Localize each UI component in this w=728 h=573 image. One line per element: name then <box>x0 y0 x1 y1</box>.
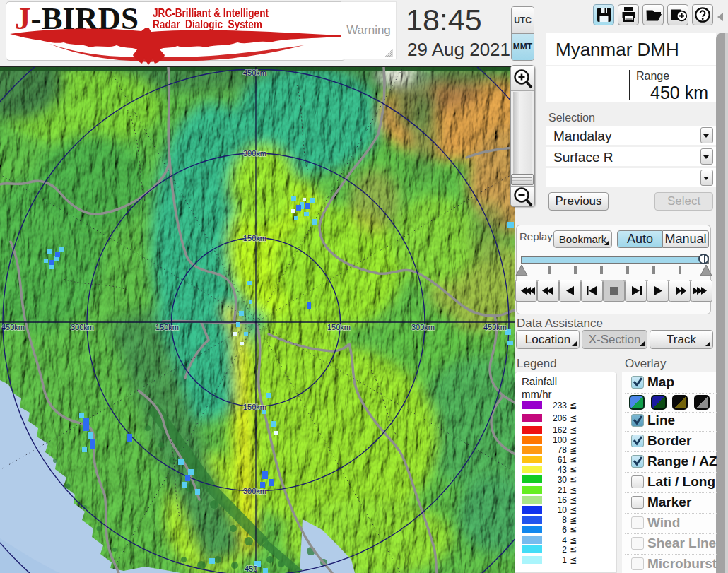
svg-text:≦: ≦ <box>570 425 577 435</box>
svg-text:≦: ≦ <box>570 555 577 565</box>
svg-text:300km: 300km <box>243 149 266 158</box>
svg-text:206: 206 <box>553 413 567 423</box>
svg-text:1: 1 <box>562 555 567 565</box>
svg-text:450: 450 <box>245 565 257 573</box>
svg-text:100: 100 <box>553 435 567 445</box>
svg-text:78: 78 <box>558 445 568 455</box>
svg-text:300km: 300km <box>411 323 435 331</box>
svg-text:300km: 300km <box>71 323 94 331</box>
svg-text:4: 4 <box>562 536 567 545</box>
svg-text:≦: ≦ <box>570 485 577 495</box>
svg-text:≦: ≦ <box>570 465 577 475</box>
svg-text:≦: ≦ <box>570 435 577 445</box>
svg-text:≦: ≦ <box>570 545 577 555</box>
svg-text:10: 10 <box>558 505 568 515</box>
svg-text:≦: ≦ <box>570 536 577 545</box>
svg-text:≦: ≦ <box>570 401 577 410</box>
svg-text:150km: 150km <box>243 234 266 242</box>
svg-text:16: 16 <box>558 495 568 505</box>
svg-text:≦: ≦ <box>570 413 577 423</box>
svg-text:≦: ≦ <box>570 515 577 525</box>
svg-text:43: 43 <box>558 465 568 475</box>
svg-text:≦: ≦ <box>570 495 577 505</box>
svg-text:61: 61 <box>558 455 568 465</box>
svg-text:≦: ≦ <box>570 455 577 465</box>
svg-text:150km: 150km <box>243 403 266 411</box>
svg-text:150km: 150km <box>155 323 179 331</box>
svg-text:8: 8 <box>562 515 567 525</box>
svg-text:21: 21 <box>558 485 568 495</box>
svg-text:450km: 450km <box>483 323 507 331</box>
svg-text:≦: ≦ <box>570 505 577 515</box>
svg-text:2: 2 <box>562 545 567 555</box>
svg-text:162: 162 <box>553 425 567 435</box>
svg-text:30: 30 <box>558 475 568 485</box>
svg-text:≦: ≦ <box>570 445 577 455</box>
svg-text:150km: 150km <box>327 323 351 331</box>
svg-text:450km: 450km <box>1 323 25 331</box>
svg-text:≦: ≦ <box>570 525 577 535</box>
svg-text:233: 233 <box>553 401 567 410</box>
svg-text:450km: 450km <box>243 69 266 77</box>
svg-text:6: 6 <box>562 525 567 535</box>
svg-text:≦: ≦ <box>570 475 577 485</box>
svg-text:300km: 300km <box>243 487 266 495</box>
